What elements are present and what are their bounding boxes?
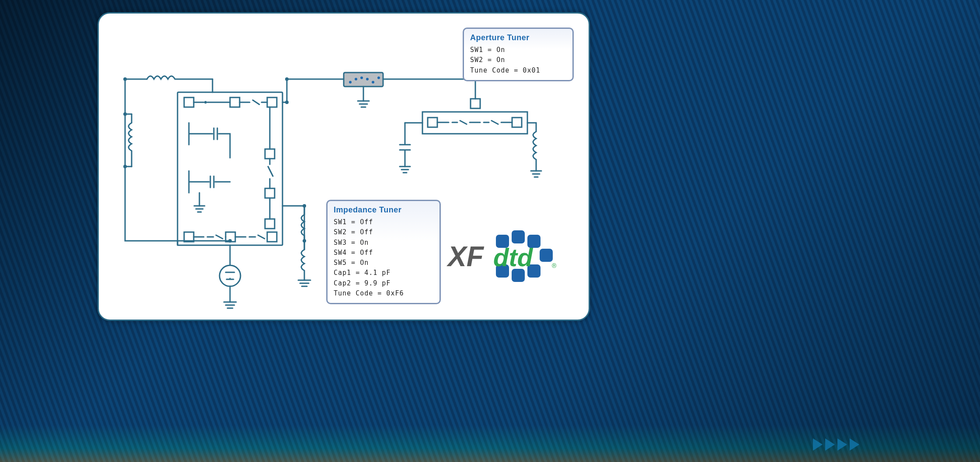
svg-point-15 (285, 77, 289, 81)
svg-rect-5 (230, 97, 240, 107)
svg-rect-9 (265, 188, 275, 198)
tuner-row: Tune Code = 0x01 (470, 66, 566, 76)
logo-registered: ® (552, 262, 557, 269)
aperture-tuner-rows: SW1 = OnSW2 = OnTune Code = 0x01 (470, 45, 566, 76)
svg-point-2 (123, 165, 127, 168)
tuner-row: SW3 = On (334, 238, 433, 248)
logo-text-xf: XF (446, 241, 485, 272)
svg-point-7 (204, 101, 207, 104)
tuner-row: SW2 = On (470, 55, 566, 65)
svg-rect-27 (428, 118, 437, 127)
svg-rect-28 (512, 118, 522, 127)
impedance-tuner-box: Impedance Tuner SW1 = OffSW2 = OffSW3 = … (326, 200, 441, 304)
svg-point-14 (285, 101, 289, 104)
aperture-tuner-box: Aperture Tuner SW1 = OnSW2 = OnTune Code… (463, 28, 574, 81)
svg-rect-4 (184, 97, 194, 107)
tuner-row: SW1 = On (470, 45, 566, 55)
svg-rect-25 (471, 99, 480, 108)
svg-rect-17 (344, 73, 383, 87)
svg-point-22 (372, 81, 374, 83)
svg-rect-13 (267, 232, 277, 242)
diagram-panel: .w{stroke:#2b6b88;stroke-width:3;fill:no… (98, 12, 590, 321)
svg-point-31 (228, 239, 232, 243)
svg-rect-33 (512, 230, 525, 243)
impedance-tuner-title: Impedance Tuner (334, 205, 433, 215)
svg-rect-10 (265, 219, 275, 229)
tuner-row: Cap2 = 9.9 pF (334, 278, 433, 288)
xfdtd-logo: XF dtd ® (444, 219, 558, 289)
svg-point-30 (220, 265, 241, 286)
tuner-row: SW1 = Off (334, 217, 433, 227)
svg-rect-6 (267, 97, 277, 107)
tuner-row: Cap1 = 4.1 pF (334, 268, 433, 278)
aperture-tuner-title: Aperture Tuner (470, 33, 566, 42)
svg-point-1 (123, 112, 127, 116)
decorative-arrows (813, 438, 862, 452)
svg-point-21 (366, 78, 369, 80)
logo-text-dtd: dtd (493, 243, 534, 271)
svg-rect-8 (265, 149, 275, 159)
svg-point-23 (377, 76, 380, 79)
tuner-row: SW5 = On (334, 258, 433, 268)
svg-point-0 (123, 77, 127, 81)
svg-point-18 (349, 81, 352, 83)
svg-rect-35 (540, 249, 553, 262)
svg-point-19 (355, 78, 357, 80)
tuner-row: SW2 = Off (334, 227, 433, 237)
tuner-row: Tune Code = 0xF6 (334, 288, 433, 299)
impedance-tuner-rows: SW1 = OffSW2 = OffSW3 = OnSW4 = OffSW5 =… (334, 217, 433, 299)
svg-point-20 (360, 76, 363, 79)
tuner-row: SW4 = Off (334, 248, 433, 258)
